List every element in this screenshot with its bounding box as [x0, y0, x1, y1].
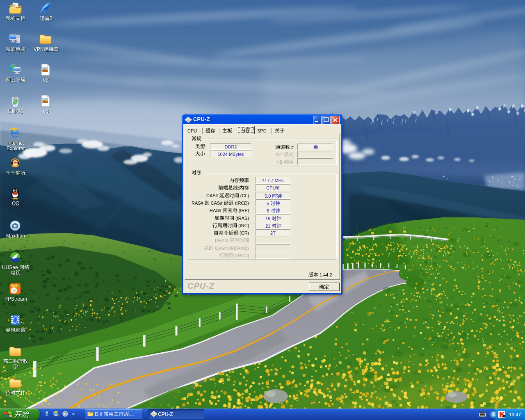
svg-text:(tRP): (tRP): [237, 208, 249, 213]
svg-text:RAS#: RAS#: [192, 201, 205, 205]
svg-text:Explorer: Explorer: [7, 146, 25, 151]
svg-text:»: »: [72, 411, 75, 416]
svg-text:13:47: 13:47: [509, 412, 521, 417]
svg-text:(tRCD): (tRCD): [234, 201, 249, 205]
svg-text:5: 5: [267, 208, 270, 213]
svg-text:CAS#: CAS#: [206, 193, 219, 198]
svg-text:NB: NB: [276, 160, 284, 164]
svg-text:CAS#: CAS#: [210, 201, 224, 205]
svg-text:(CL): (CL): [239, 193, 249, 198]
svg-text:DRAM: DRAM: [215, 238, 229, 243]
svg-text:5.0: 5.0: [265, 194, 272, 199]
svg-text:03: 03: [43, 108, 49, 114]
svg-text::: :: [238, 185, 239, 190]
svg-text:#: #: [290, 145, 294, 150]
svg-text:Internet: Internet: [7, 140, 24, 146]
svg-text:1.44.2: 1.44.2: [318, 272, 332, 277]
svg-text:21: 21: [265, 224, 272, 228]
svg-text:PPStream: PPStream: [5, 296, 27, 302]
svg-text:CAS# (tRDRAM): CAS# (tRDRAM): [214, 246, 249, 251]
svg-text:(tRC): (tRC): [237, 223, 249, 228]
svg-text:Maxthon: Maxthon: [6, 233, 25, 239]
svg-text:\: \: [123, 411, 125, 417]
svg-text:5: 5: [50, 16, 52, 21]
svg-text:VPN: VPN: [34, 46, 44, 52]
svg-text:RAS#: RAS#: [210, 208, 223, 213]
svg-text:02: 02: [43, 77, 49, 83]
svg-text:DC: DC: [276, 152, 284, 157]
svg-text:15: 15: [265, 216, 272, 221]
svg-text:QQ: QQ: [12, 201, 20, 206]
svg-text:(tRCD): (tRCD): [234, 253, 249, 258]
svg-text:D:\!: D:\!: [95, 411, 104, 417]
svg-text:(CR): (CR): [238, 231, 249, 235]
svg-text:PPS: PPS: [12, 284, 18, 287]
svg-text:UUSee: UUSee: [2, 265, 19, 270]
svg-text:CPU-Z: CPU-Z: [158, 411, 173, 417]
svg-text:(tRAS): (tRAS): [234, 216, 249, 221]
svg-text:...: ...: [130, 411, 134, 417]
svg-text:5: 5: [267, 201, 270, 206]
